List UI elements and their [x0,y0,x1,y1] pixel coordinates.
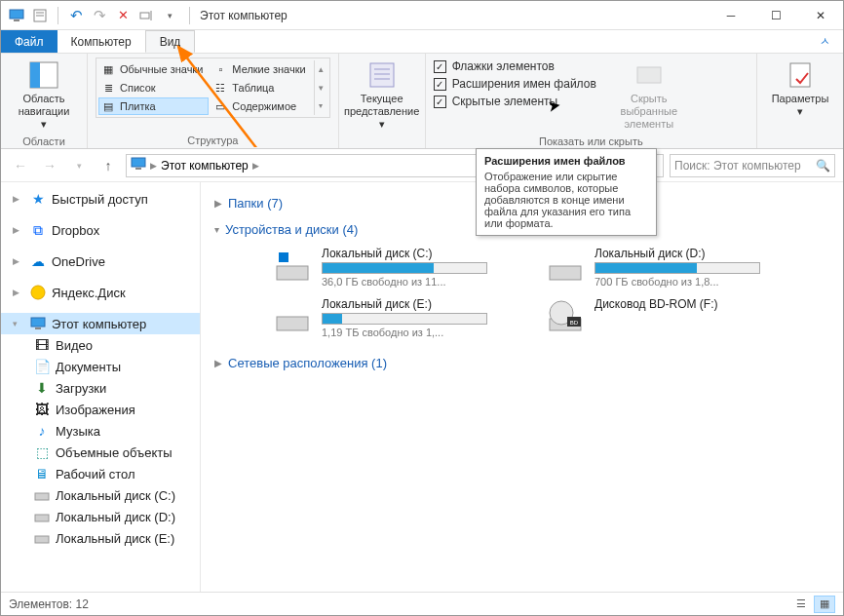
back-button[interactable]: ← [9,154,32,177]
current-view-button[interactable]: Текущее представление▾ [347,58,417,134]
qat-dropdown-icon[interactable]: ▾ [160,6,179,25]
navitem-pictures[interactable]: 🖼Изображения [1,399,200,420]
checkbox-file-extensions[interactable]: ✓Расширения имен файлов [434,75,596,93]
chevron-right-icon[interactable]: ▶ [250,161,261,171]
tooltip-body: Отображение или скрытие набора символов,… [484,171,648,229]
section-network[interactable]: ▶Сетевые расположения (1) [214,350,829,376]
redo-icon[interactable]: ↷ [90,6,109,25]
navitem-desktop[interactable]: 🖥Рабочий стол [1,463,200,484]
layout-list[interactable]: ≣Список [98,79,209,96]
pc-icon [131,157,146,173]
checkbox-item-flags[interactable]: ✓Флажки элементов [434,58,596,75]
forward-button[interactable]: → [38,154,61,177]
navitem-local-e[interactable]: Локальный диск (E:) [1,527,200,549]
drive-d[interactable]: Локальный диск (D:) 700 ГБ свободно из 1… [546,247,760,288]
navitem-videos[interactable]: 🎞Видео [1,334,200,356]
drive-c[interactable]: Локальный диск (C:) 36,0 ГБ свободно из … [273,247,487,288]
navitem-downloads[interactable]: ⬇Загрузки [1,377,200,399]
navitem-music[interactable]: ♪Музыка [1,420,200,442]
svg-rect-23 [35,536,49,543]
table-icon: ☷ [212,80,228,96]
details-view-button[interactable]: ☰ [790,596,812,613]
navitem-quick-access[interactable]: ▶★Быстрый доступ [1,188,200,210]
options-button[interactable]: Параметры ▾ [765,58,835,120]
navigation-pane[interactable]: ▶★Быстрый доступ ▶⧉Dropbox ▶☁OneDrive ▶Я… [1,182,201,592]
maximize-button[interactable]: ☐ [753,1,798,30]
navitem-this-pc[interactable]: ▾Этот компьютер [1,313,200,334]
layout-medium-icons[interactable]: ▦Обычные значки [98,60,209,78]
svg-rect-24 [277,266,308,280]
tab-file[interactable]: Файл [1,30,58,53]
recent-dropdown[interactable]: ▾ [67,154,91,177]
drive-icon [34,487,50,503]
cloud-icon: ☁ [30,253,46,269]
desktop-icon: 🖥 [34,466,50,481]
delete-icon[interactable]: ✕ [113,6,133,25]
hide-selected-label: Скрыть выбранные элементы [616,93,682,132]
navitem-yandex[interactable]: ▶Яндекс.Диск [1,282,200,303]
usage-bar [322,313,487,325]
chevron-right-icon[interactable]: ▶ [13,288,24,297]
download-icon: ⬇ [34,380,50,396]
navitem-3d-objects[interactable]: ⬚Объемные объекты [1,442,200,463]
tiles-view-button[interactable]: ▦ [814,596,835,613]
crumb-current[interactable]: Этот компьютер [161,159,249,173]
cube-icon: ⬚ [34,444,50,460]
options-label: Параметры [772,93,829,105]
documents-icon: 📄 [34,359,50,374]
svg-rect-13 [637,67,661,83]
layout-tiles[interactable]: ▤Плитка [98,97,209,115]
layout-content[interactable]: ▭Содержимое [211,97,311,115]
navitem-local-d[interactable]: Локальный диск (D:) [1,506,200,527]
navitem-dropbox[interactable]: ▶⧉Dropbox [1,219,200,241]
chevron-right-icon[interactable]: ▶ [148,161,159,171]
svg-rect-26 [550,266,581,280]
undo-icon[interactable]: ↶ [66,6,86,25]
chevron-right-icon[interactable]: ▶ [13,256,24,266]
tab-view[interactable]: Вид [145,30,196,53]
search-input[interactable]: Поиск: Этот компьютер 🔍 [670,154,835,177]
checkbox-icon: ✓ [434,60,446,73]
navitem-onedrive[interactable]: ▶☁OneDrive [1,250,200,272]
layout-small-icons[interactable]: ▫Мелкие значки [211,60,311,78]
minimize-button[interactable]: ─ [709,1,753,30]
checkbox-hidden-items[interactable]: ✓Скрытые элементы [434,93,596,110]
navitem-documents[interactable]: 📄Документы [1,356,200,377]
icons-icon: ▦ [100,61,116,77]
star-icon: ★ [30,191,46,207]
drive-e[interactable]: Локальный диск (E:) 1,19 ТБ свободно из … [273,297,487,338]
search-icon[interactable]: 🔍 [816,159,830,173]
properties-icon[interactable] [30,6,50,25]
tooltip-title: Расширения имен файлов [484,155,648,167]
svg-rect-20 [35,327,41,329]
layout-gallery[interactable]: ▦Обычные значки ≣Список ▤Плитка ▫Мелкие … [96,58,330,118]
navigation-pane-button[interactable]: Область навигации ▾ [9,58,79,134]
explorer-window: ↶ ↷ ✕ ▾ Этот компьютер ─ ☐ ✕ Файл Компью… [0,0,844,616]
svg-rect-9 [370,63,394,87]
ribbon-group-panes: Область навигации ▾ Области [1,54,88,148]
chevron-down-icon: ▾ [214,224,219,235]
list-icon: ≣ [100,80,116,96]
chevron-down-icon[interactable]: ▾ [13,319,24,328]
close-button[interactable]: ✕ [798,1,843,30]
status-bar: Элементов: 12 ☰ ▦ [1,592,843,615]
gallery-scroll[interactable]: ▲▼▾ [314,60,327,115]
layout-details[interactable]: ☷Таблица [211,79,311,96]
usage-bar [322,262,487,274]
chevron-right-icon[interactable]: ▶ [13,194,24,204]
window-controls: ─ ☐ ✕ [709,1,843,30]
up-button[interactable]: ↑ [96,154,120,177]
navitem-local-c[interactable]: Локальный диск (C:) [1,484,200,506]
checkbox-icon: ✓ [434,96,446,108]
monitor-icon[interactable] [7,6,26,25]
tab-computer[interactable]: Компьютер [58,30,145,53]
svg-rect-27 [277,317,308,330]
drive-f[interactable]: BD Дисковод BD-ROM (F:) [546,297,760,338]
chevron-right-icon: ▶ [214,358,222,368]
ribbon-tabs: Файл Компьютер Вид ㅅ [1,30,843,54]
rename-icon[interactable] [136,6,156,25]
content-pane[interactable]: ▶Папки (7) ▾Устройства и диски (4) Локал… [201,182,843,592]
collapse-ribbon-button[interactable]: ㅅ [814,30,843,53]
chevron-right-icon[interactable]: ▶ [13,225,24,235]
svg-rect-21 [35,493,49,500]
